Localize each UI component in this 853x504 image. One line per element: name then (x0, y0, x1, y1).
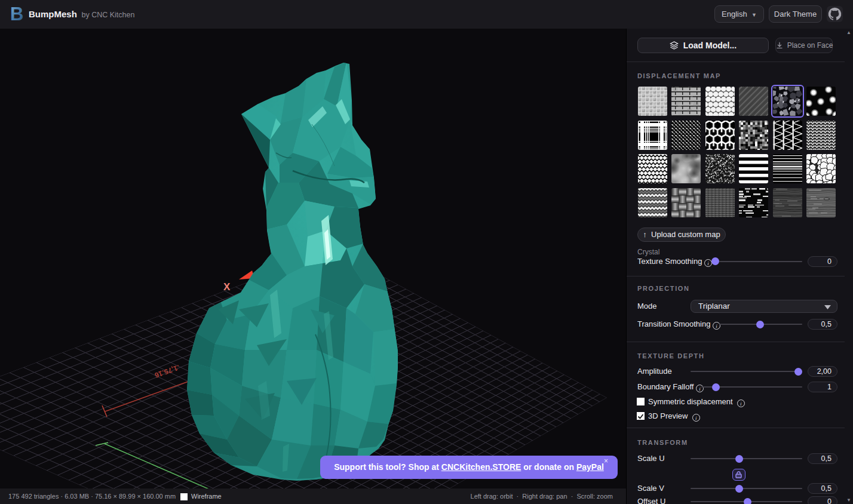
svg-text:X: X (223, 281, 231, 293)
svg-text:.1,75.16: .1,75.16 (154, 363, 181, 379)
svg-text:B: B (11, 5, 23, 23)
